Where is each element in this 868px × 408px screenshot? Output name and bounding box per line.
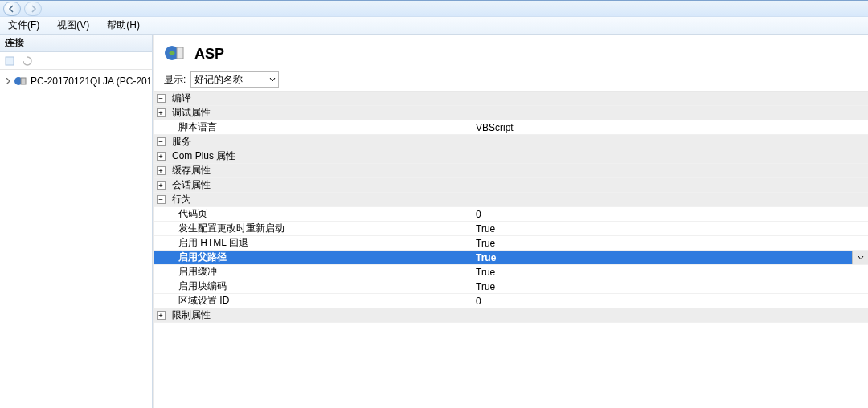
property-value bbox=[473, 149, 868, 163]
property-name: 启用缓冲 bbox=[167, 265, 473, 279]
property-name: 发生配置更改时重新启动 bbox=[167, 222, 473, 235]
connect-icon[interactable] bbox=[3, 55, 16, 67]
plus-icon[interactable]: + bbox=[157, 152, 166, 161]
property-value bbox=[473, 178, 868, 192]
property-value bbox=[473, 135, 868, 149]
svg-rect-0 bbox=[6, 57, 14, 65]
server-icon bbox=[14, 75, 27, 88]
minus-icon[interactable]: − bbox=[157, 195, 166, 204]
property-name: 脚本语言 bbox=[167, 120, 473, 134]
property-row[interactable]: 区域设置 ID0 bbox=[154, 294, 868, 308]
property-name: 区域设置 ID bbox=[167, 294, 473, 308]
connections-toolbar bbox=[0, 52, 152, 70]
display-mode-value: 好记的名称 bbox=[194, 73, 243, 87]
plus-icon[interactable]: + bbox=[157, 181, 166, 190]
property-row[interactable]: 启用块编码True bbox=[154, 279, 868, 294]
property-group-row[interactable]: +调试属性 bbox=[154, 106, 868, 120]
property-value[interactable]: 0 bbox=[473, 207, 868, 221]
property-row[interactable]: 启用 HTML 回退True bbox=[154, 236, 868, 251]
display-filter-row: 显示: 好记的名称 bbox=[154, 68, 868, 92]
property-name: 启用 HTML 回退 bbox=[167, 236, 473, 250]
property-value[interactable]: 0 bbox=[473, 294, 868, 308]
property-value bbox=[473, 106, 868, 120]
property-name: 限制属性 bbox=[167, 308, 473, 322]
property-value[interactable]: True bbox=[473, 236, 868, 250]
property-row[interactable]: 启用缓冲True bbox=[154, 265, 868, 279]
property-group-row[interactable]: −服务 bbox=[154, 135, 868, 149]
chevron-down-icon bbox=[858, 255, 864, 261]
property-value[interactable]: True bbox=[473, 251, 852, 264]
page-title: ASP bbox=[194, 46, 224, 63]
property-value bbox=[473, 164, 868, 177]
main-split: 连接 PC-20170121QLJA (PC-201 bbox=[0, 35, 868, 408]
connections-panel: 连接 PC-20170121QLJA (PC-201 bbox=[0, 35, 153, 408]
property-value[interactable]: VBScript bbox=[473, 120, 868, 134]
value-dropdown-button[interactable] bbox=[852, 251, 868, 264]
navigation-bar bbox=[0, 1, 868, 17]
plus-icon[interactable]: + bbox=[157, 108, 166, 117]
property-group-row[interactable]: −行为 bbox=[154, 193, 868, 207]
property-name: 服务 bbox=[167, 135, 473, 149]
property-row[interactable]: 发生配置更改时重新启动True bbox=[154, 222, 868, 236]
property-name: 调试属性 bbox=[167, 106, 473, 120]
property-value bbox=[473, 92, 868, 105]
minus-icon[interactable]: − bbox=[157, 137, 166, 146]
property-name: 启用块编码 bbox=[167, 279, 473, 293]
svg-rect-2 bbox=[21, 78, 26, 84]
plus-icon[interactable]: + bbox=[157, 166, 166, 175]
connections-header: 连接 bbox=[0, 35, 152, 52]
property-name: 编译 bbox=[167, 92, 473, 105]
asp-icon bbox=[164, 43, 186, 65]
server-node-label: PC-20170121QLJA (PC-201 bbox=[31, 75, 150, 87]
tree-expander-icon[interactable] bbox=[5, 77, 11, 85]
menu-file[interactable]: 文件(F) bbox=[5, 17, 43, 34]
display-mode-select[interactable]: 好记的名称 bbox=[190, 71, 279, 88]
menubar: 文件(F) 视图(V) 帮助(H) bbox=[0, 17, 868, 35]
menu-view[interactable]: 视图(V) bbox=[54, 17, 92, 34]
forward-button[interactable] bbox=[24, 2, 42, 16]
menu-help[interactable]: 帮助(H) bbox=[104, 17, 143, 34]
property-name: Com Plus 属性 bbox=[167, 149, 473, 163]
property-value bbox=[473, 308, 868, 322]
plus-icon[interactable]: + bbox=[157, 311, 166, 320]
connections-tree: PC-20170121QLJA (PC-201 bbox=[0, 70, 152, 408]
property-value[interactable]: True bbox=[473, 265, 868, 279]
property-value[interactable]: True bbox=[473, 222, 868, 235]
property-value[interactable]: True bbox=[473, 279, 868, 293]
content-panel: ASP 显示: 好记的名称 −编译+调试属性脚本语言VBScript−服务+Co… bbox=[153, 35, 868, 408]
property-row[interactable]: 启用父路径True bbox=[154, 251, 868, 265]
minus-icon[interactable]: − bbox=[157, 94, 166, 103]
property-value bbox=[473, 193, 868, 206]
server-node[interactable]: PC-20170121QLJA (PC-201 bbox=[2, 73, 150, 89]
back-button[interactable] bbox=[3, 2, 21, 16]
property-group-row[interactable]: +Com Plus 属性 bbox=[154, 149, 868, 164]
property-group-row[interactable]: +会话属性 bbox=[154, 178, 868, 193]
refresh-icon[interactable] bbox=[21, 55, 34, 67]
property-name: 代码页 bbox=[167, 207, 473, 221]
property-row[interactable]: 脚本语言VBScript bbox=[154, 120, 868, 135]
property-name: 缓存属性 bbox=[167, 164, 473, 177]
property-name: 会话属性 bbox=[167, 178, 473, 192]
svg-rect-4 bbox=[177, 47, 183, 59]
content-header: ASP bbox=[154, 35, 868, 68]
display-label: 显示: bbox=[164, 73, 186, 87]
property-group-row[interactable]: +缓存属性 bbox=[154, 164, 868, 178]
property-group-row[interactable]: +限制属性 bbox=[154, 308, 868, 323]
property-group-row[interactable]: −编译 bbox=[154, 92, 868, 106]
property-row[interactable]: 代码页0 bbox=[154, 207, 868, 222]
property-name: 启用父路径 bbox=[167, 251, 473, 264]
property-name: 行为 bbox=[167, 193, 473, 206]
property-grid[interactable]: −编译+调试属性脚本语言VBScript−服务+Com Plus 属性+缓存属性… bbox=[154, 92, 868, 408]
chevron-down-icon bbox=[269, 74, 276, 85]
